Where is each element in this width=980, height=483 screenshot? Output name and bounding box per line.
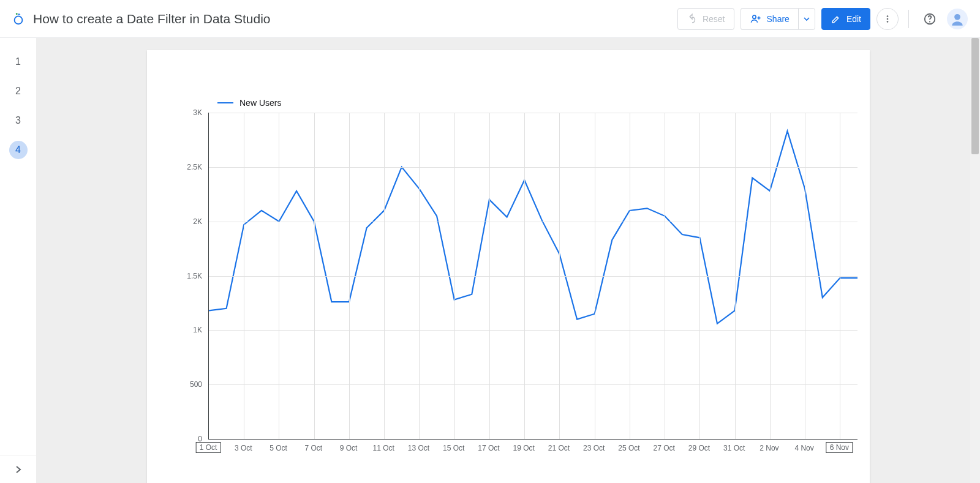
gridline-v <box>349 113 350 439</box>
gridline-h <box>209 384 858 385</box>
gridline-h <box>209 222 858 222</box>
gridline-v <box>805 113 805 439</box>
y-axis-label: 3K <box>165 108 202 117</box>
share-button[interactable]: Share <box>741 8 798 30</box>
x-axis-label: 15 Oct <box>440 443 467 453</box>
edit-label: Edit <box>846 14 861 24</box>
legend-swatch <box>217 102 233 103</box>
x-axis-label: 21 Oct <box>545 443 573 453</box>
gridline-v <box>665 113 665 439</box>
x-axis-label: 23 Oct <box>580 443 608 453</box>
x-axis-label: 5 Oct <box>266 443 290 453</box>
share-dropdown-button[interactable] <box>798 8 815 30</box>
gridline-v <box>454 113 455 439</box>
gridline-h <box>209 113 858 113</box>
svg-point-8 <box>954 13 960 20</box>
svg-point-4 <box>887 18 889 20</box>
page-nav-4[interactable]: 4 <box>9 141 28 159</box>
scrollbar-thumb[interactable] <box>971 38 979 154</box>
gridline-h <box>209 330 858 331</box>
kebab-icon <box>882 13 893 24</box>
gridline-v <box>770 113 771 439</box>
document-title[interactable]: How to create a Date Filter in Data Stud… <box>33 12 677 26</box>
svg-point-5 <box>887 21 889 23</box>
x-axis-label: 3 Oct <box>232 443 255 453</box>
avatar-icon <box>949 11 965 27</box>
y-axis-label: 1.5K <box>165 272 202 280</box>
y-axis-label: 2K <box>165 217 202 226</box>
x-axis-label: 4 Nov <box>791 443 816 453</box>
canvas-area: New Users 05001K1.5K2K2.5K3K1 Oct3 Oct5 … <box>37 38 980 483</box>
y-axis-label: 500 <box>165 380 202 389</box>
x-axis-label: 25 Oct <box>615 443 643 453</box>
x-axis-label: 7 Oct <box>301 443 325 453</box>
page-nav-1[interactable]: 1 <box>9 53 28 71</box>
gridline-v <box>279 113 279 439</box>
reset-button[interactable]: Reset <box>677 8 734 30</box>
vertical-scrollbar[interactable] <box>970 38 980 483</box>
gridline-v <box>244 113 244 439</box>
gridline-h <box>209 276 858 277</box>
page-nav-3[interactable]: 3 <box>9 111 28 130</box>
y-axis-label: 2.5K <box>165 163 202 171</box>
gridline-v <box>735 113 736 439</box>
legend-label: New Users <box>239 98 281 108</box>
page-nav-2[interactable]: 2 <box>9 82 28 100</box>
svg-point-3 <box>887 15 889 17</box>
gridline-v <box>559 113 560 439</box>
help-icon <box>923 12 937 26</box>
x-axis-label: 17 Oct <box>475 443 502 453</box>
help-button[interactable] <box>919 8 941 30</box>
chart-legend: New Users <box>217 98 281 108</box>
gridline-v <box>524 113 525 439</box>
app-logo[interactable] <box>11 12 26 26</box>
x-axis-label: 31 Oct <box>720 443 748 453</box>
x-axis-label: 27 Oct <box>650 443 677 453</box>
pencil-icon <box>831 13 842 24</box>
gridline-v <box>630 113 630 439</box>
svg-point-2 <box>752 15 755 18</box>
x-axis-label: 9 Oct <box>337 443 361 453</box>
page-sidebar: 1234 <box>0 38 37 483</box>
person-add-icon <box>750 13 762 25</box>
gridline-v <box>314 113 315 439</box>
x-axis-label: 13 Oct <box>405 443 432 453</box>
gridline-v <box>489 113 490 439</box>
reset-label: Reset <box>703 14 725 24</box>
header-separator <box>908 10 909 28</box>
x-axis-label: 2 Nov <box>756 443 782 453</box>
gridline-v <box>840 113 840 439</box>
chevron-right-icon <box>13 465 23 474</box>
share-label: Share <box>767 14 790 24</box>
x-axis-label: 11 Oct <box>370 443 398 453</box>
x-axis-label: 19 Oct <box>510 443 538 453</box>
gridline-v <box>419 113 420 439</box>
gridline-v <box>699 113 700 439</box>
x-axis-label: 6 Nov <box>826 442 853 453</box>
y-axis-label: 1K <box>165 326 202 334</box>
x-axis-label: 29 Oct <box>685 443 713 453</box>
caret-down-icon <box>804 16 810 22</box>
more-options-button[interactable] <box>876 8 899 30</box>
report-page: New Users 05001K1.5K2K2.5K3K1 Oct3 Oct5 … <box>147 50 870 483</box>
x-axis-label: 1 Oct <box>196 442 221 453</box>
gridline-v <box>384 113 385 439</box>
gridline-h <box>209 167 858 168</box>
svg-point-1 <box>16 13 18 15</box>
svg-point-0 <box>15 16 23 24</box>
edit-button[interactable]: Edit <box>821 8 870 30</box>
line-chart[interactable]: New Users 05001K1.5K2K2.5K3K1 Oct3 Oct5 … <box>165 105 870 460</box>
gridline-v <box>595 113 595 439</box>
undo-icon <box>687 13 698 24</box>
svg-point-7 <box>929 21 930 22</box>
sidebar-expand-button[interactable] <box>0 455 36 483</box>
account-avatar[interactable] <box>947 9 968 29</box>
plot-area <box>208 113 858 440</box>
